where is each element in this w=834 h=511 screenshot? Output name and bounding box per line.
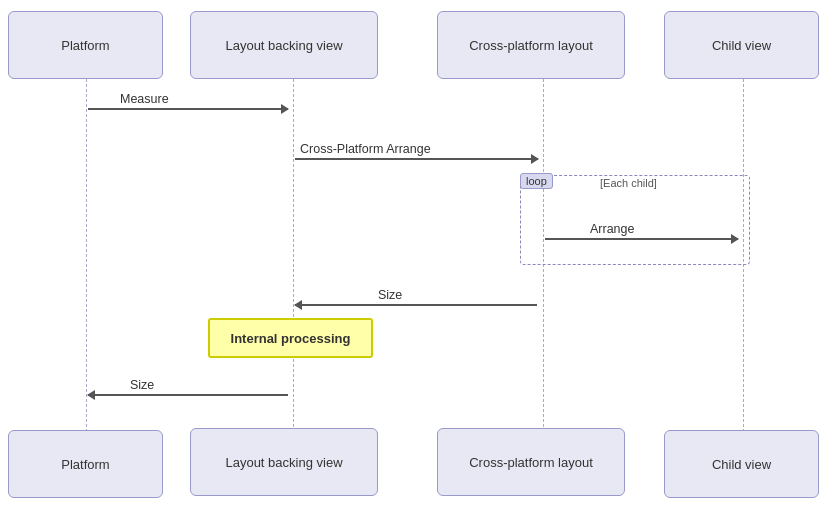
- actor-layout-backing-bottom: Layout backing view: [190, 428, 378, 496]
- actor-child-view-top: Child view: [664, 11, 819, 79]
- message-arrange-child-arrow: [545, 238, 738, 240]
- processing-box: Internal processing: [208, 318, 373, 358]
- actor-cross-platform-bottom: Cross-platform layout: [437, 428, 625, 496]
- message-arrange-label: Cross-Platform Arrange: [300, 142, 431, 156]
- message-measure-arrow: [88, 108, 288, 110]
- message-cross-platform-arrange-arrow: [295, 158, 538, 160]
- actor-cross-platform-top: Cross-platform layout: [437, 11, 625, 79]
- message-size-to-platform-arrow: [88, 394, 288, 396]
- actor-platform-top: Platform: [8, 11, 163, 79]
- message-size-to-layout-arrow: [295, 304, 537, 306]
- sequence-diagram: Platform Layout backing view Cross-platf…: [0, 0, 834, 511]
- lifeline-platform: [86, 79, 87, 432]
- message-size-to-layout-label: Size: [378, 288, 402, 302]
- actor-layout-backing-top: Layout backing view: [190, 11, 378, 79]
- message-size-to-platform-label: Size: [130, 378, 154, 392]
- message-measure-label: Measure: [120, 92, 169, 106]
- loop-each-label: [Each child]: [600, 177, 657, 189]
- message-arrange-child-label: Arrange: [590, 222, 634, 236]
- lifeline-layout-backing: [293, 79, 294, 432]
- actor-platform-bottom: Platform: [8, 430, 163, 498]
- actor-child-view-bottom: Child view: [664, 430, 819, 498]
- loop-label: loop: [520, 173, 553, 189]
